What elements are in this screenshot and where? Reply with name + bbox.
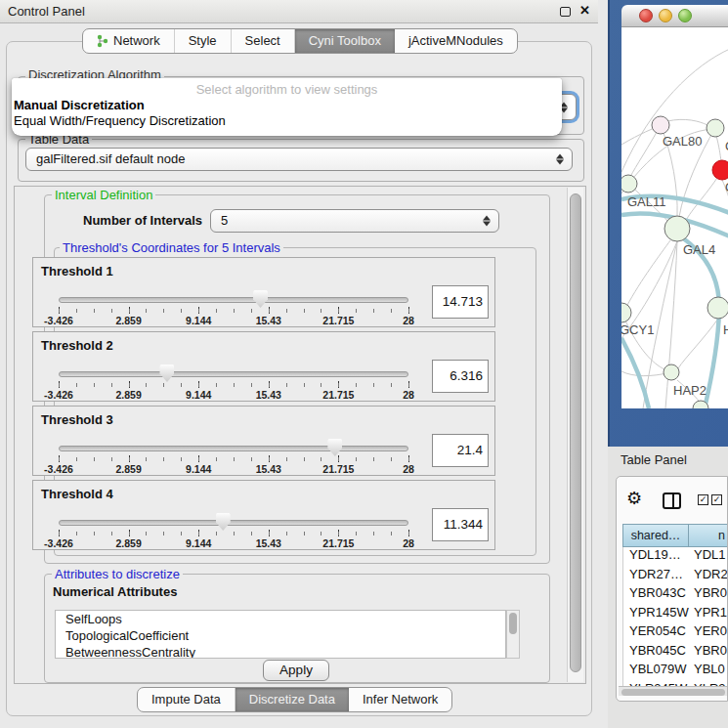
- cell-name[interactable]: YPR1: [694, 605, 727, 624]
- table-row[interactable]: YBR045CYBR0: [623, 643, 728, 663]
- cell-name[interactable]: YDR2: [694, 567, 728, 586]
- table-row[interactable]: YDR27…YDR2: [623, 567, 728, 586]
- network-node-label: H: [723, 322, 728, 337]
- zoom-traffic-light-icon[interactable]: [678, 9, 692, 22]
- checkbox-icon[interactable]: ✓: [711, 494, 722, 505]
- network-icon: [97, 34, 108, 48]
- scale-tick-label: 21.715: [322, 315, 354, 326]
- tab-network[interactable]: Network: [83, 29, 175, 53]
- dropdown-item-equal-width[interactable]: Equal Width/Frequency Discretization: [12, 112, 562, 128]
- network-edge[interactable]: [716, 136, 721, 161]
- combo-arrows-icon: [483, 216, 491, 227]
- network-node[interactable]: [664, 364, 679, 380]
- threshold-1-value-field[interactable]: 14.713: [432, 285, 489, 319]
- tab-cyni-toolbox[interactable]: Cyni Toolbox: [295, 29, 395, 53]
- threshold-2-value-field[interactable]: 6.316: [432, 360, 489, 393]
- threshold-4-slider-thumb[interactable]: [216, 513, 231, 531]
- numerical-attributes-list[interactable]: SelfLoopsTopologicalCoefficientBetweenne…: [55, 610, 506, 659]
- cell-name[interactable]: YER0: [694, 623, 727, 643]
- network-node[interactable]: [707, 297, 728, 319]
- minimize-traffic-light-icon[interactable]: [659, 9, 672, 22]
- column-header-name[interactable]: n: [689, 524, 728, 547]
- scrollbar-thumb[interactable]: [570, 193, 581, 672]
- scale-tick-label: -3.426: [44, 463, 73, 475]
- cell-shared-name[interactable]: YBR043C: [623, 585, 694, 605]
- tab-jactivemnodules[interactable]: jActiveMNodules: [395, 29, 517, 53]
- scale-tick-label: 15.43: [256, 315, 281, 326]
- scale-tick-label: -3.426: [44, 315, 73, 326]
- network-edge[interactable]: [667, 119, 707, 125]
- network-node[interactable]: [652, 116, 669, 134]
- threshold-3-value-field[interactable]: 21.4: [432, 434, 489, 467]
- table-row[interactable]: YDL19…YDL1: [623, 547, 728, 567]
- table-row[interactable]: YBL079WYBL0: [623, 662, 728, 681]
- apply-button[interactable]: Apply: [263, 660, 329, 681]
- cell-name[interactable]: YDL1: [694, 547, 726, 567]
- close-traffic-light-icon[interactable]: [639, 9, 653, 22]
- float-window-icon[interactable]: [560, 7, 571, 17]
- cell-shared-name[interactable]: YBL079W: [623, 662, 694, 681]
- attribute-list-item[interactable]: BetweennessCentrality: [56, 644, 505, 659]
- tab-style[interactable]: Style: [175, 29, 232, 53]
- threshold-4-panel: Threshold 4 -3.4262.8599.14415.4321.7152…: [32, 480, 495, 550]
- threshold-3-slider-thumb[interactable]: [327, 439, 342, 456]
- network-node[interactable]: [664, 216, 690, 241]
- threshold-scale: -3.4262.8599.14415.4321.71528: [59, 315, 408, 326]
- cell-name[interactable]: YBL0: [694, 662, 725, 681]
- attribute-list-item[interactable]: SelfLoops: [56, 611, 505, 627]
- threshold-1-slider-thumb[interactable]: [253, 290, 268, 308]
- tab-infer-network[interactable]: Infer Network: [349, 688, 451, 711]
- settings-vertical-scrollbar[interactable]: [567, 188, 583, 682]
- tab-discretize-data[interactable]: Discretize Data: [236, 688, 349, 711]
- table-horizontal-scrollbar[interactable]: [619, 686, 728, 696]
- threshold-2-slider-thumb[interactable]: [159, 364, 174, 382]
- network-node[interactable]: [621, 175, 637, 193]
- network-node-label: HAP2: [673, 383, 707, 398]
- close-icon[interactable]: ✕: [579, 3, 590, 18]
- scale-tick-label: 28: [403, 537, 414, 549]
- attributes-list-scrollbar[interactable]: [506, 610, 520, 659]
- checkbox-icon[interactable]: ✓: [698, 494, 708, 505]
- table-body[interactable]: YDL19…YDL1YDR27…YDR2YBR043CYBR0YPR145WYP…: [622, 547, 728, 687]
- interval-group-label: Interval Definition: [52, 188, 155, 202]
- threshold-4-value-field[interactable]: 11.344: [432, 508, 489, 541]
- network-window-frame[interactable]: GAL80GCGAL11GAL4HGCY1HAP2: [608, 0, 728, 447]
- network-node-label: GAL4: [683, 242, 715, 257]
- table-row[interactable]: YPR145WYPR1: [623, 605, 728, 624]
- table-data-combobox[interactable]: galFiltered.sif default node: [25, 148, 573, 171]
- cell-shared-name[interactable]: YDL19…: [623, 547, 694, 567]
- network-node[interactable]: [712, 160, 728, 180]
- threshold-2-slider[interactable]: [59, 371, 408, 377]
- columns-icon[interactable]: [663, 492, 681, 509]
- algorithm-dropdown-popup: Select algorithm to view settings Manual…: [12, 78, 562, 136]
- numerical-attributes-label: Numerical Attributes: [53, 584, 177, 599]
- cell-shared-name[interactable]: YPR145W: [623, 605, 694, 624]
- cell-shared-name[interactable]: YBR045C: [623, 643, 694, 663]
- gear-icon[interactable]: ⚙: [626, 490, 642, 507]
- scale-tick-label: 21.715: [322, 537, 354, 549]
- scale-tick-label: 28: [403, 463, 414, 475]
- num-intervals-combobox[interactable]: 5: [210, 209, 499, 233]
- network-edge[interactable]: [621, 49, 728, 172]
- cell-shared-name[interactable]: YDR27…: [623, 567, 694, 586]
- network-node[interactable]: [621, 303, 631, 322]
- cell-name[interactable]: YBR0: [694, 643, 727, 663]
- table-row[interactable]: YBR043CYBR0: [623, 585, 728, 605]
- dropdown-item-manual[interactable]: Manual Discretization: [12, 97, 562, 112]
- scale-tick-label: 28: [403, 389, 414, 401]
- scrollbar-thumb[interactable]: [621, 689, 725, 696]
- cell-shared-name[interactable]: YER054C: [623, 623, 694, 643]
- tab-select[interactable]: Select: [232, 29, 295, 53]
- network-window-titlebar[interactable]: [621, 5, 728, 27]
- threshold-3-slider[interactable]: [59, 446, 408, 451]
- column-header-shared-name[interactable]: shared…: [622, 524, 689, 547]
- threshold-4-slider[interactable]: [59, 520, 408, 526]
- network-node[interactable]: [707, 119, 724, 137]
- cell-name[interactable]: YBR0: [694, 585, 727, 605]
- table-row[interactable]: YER054CYER0: [623, 623, 728, 643]
- threshold-1-slider[interactable]: [59, 297, 408, 303]
- attribute-list-item[interactable]: TopologicalCoefficient: [56, 627, 505, 644]
- network-edge[interactable]: [626, 240, 670, 307]
- tab-impute-data[interactable]: Impute Data: [138, 688, 236, 711]
- network-canvas[interactable]: GAL80GCGAL11GAL4HGCY1HAP2: [621, 27, 728, 408]
